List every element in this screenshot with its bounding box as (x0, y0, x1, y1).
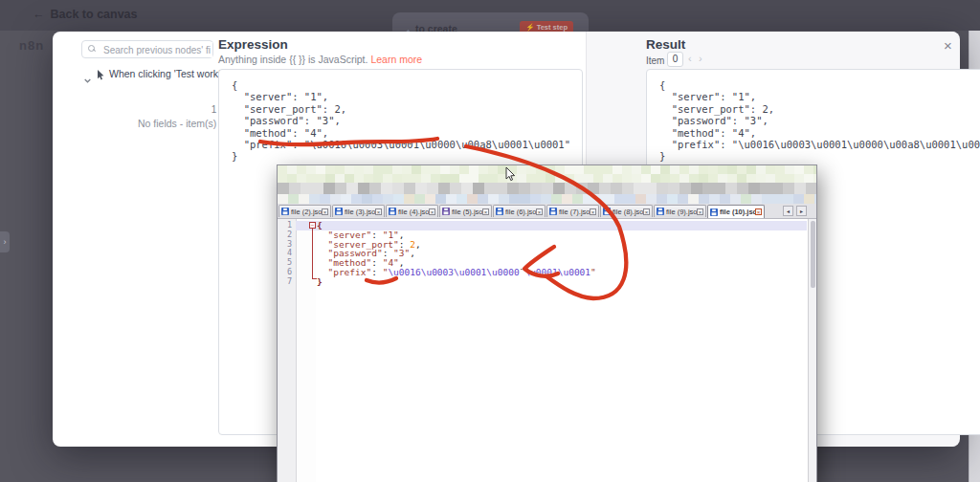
notepad-tab[interactable]: file (10).json× (707, 205, 765, 218)
search-icon (88, 45, 95, 52)
mouse-cursor-icon (505, 166, 517, 186)
tab-scroll-right-icon[interactable]: ▸ (796, 206, 807, 216)
back-arrow-icon: ← (33, 8, 45, 21)
tab-close-icon[interactable]: × (375, 208, 382, 215)
notepad-window: file (2).json×file (3).json×file (4).jso… (277, 164, 817, 482)
tab-close-icon[interactable]: × (755, 208, 762, 215)
collapse-panel-chevron[interactable]: › (0, 231, 10, 252)
floppy-save-icon (657, 208, 664, 215)
notepad-tab[interactable]: file (4).json× (386, 205, 438, 217)
notepad-menubar-blurred[interactable] (278, 183, 816, 194)
tab-scroll-left-icon[interactable]: ◂ (783, 206, 793, 216)
expression-subtitle: Anything inside {{ }} is JavaScript.Lear… (218, 54, 422, 65)
notepad-tab[interactable]: file (9).json× (654, 205, 706, 217)
notepad-tab[interactable]: file (6).json× (493, 205, 546, 217)
tab-close-icon[interactable]: × (643, 208, 650, 215)
floppy-save-icon (496, 208, 503, 215)
fold-guide-line (312, 229, 313, 278)
tab-label: file (9).json (666, 208, 697, 216)
floppy-save-icon (603, 208, 611, 215)
item-label: Item (646, 55, 664, 66)
notepad-editor[interactable]: − 1{2 "server": "1",3 "server_port": 2,4… (278, 219, 816, 482)
notepad-tab[interactable]: file (8).json× (600, 205, 653, 217)
tab-label: file (8).json (612, 208, 643, 216)
screenshot-root: ←Back to canvas n8n to create ⚡ Test ste… (0, 0, 980, 482)
search-input[interactable] (101, 42, 212, 57)
notepad-tab[interactable]: file (2).json× (278, 205, 331, 217)
notepad-tab[interactable]: file (5).json× (439, 205, 492, 217)
notepad-code-line: 6 "prefix": "\u0016\u0003\u0001\u0000¨\u… (278, 268, 807, 277)
floppy-save-icon (281, 208, 289, 215)
prev-item-icon[interactable]: ‹ (688, 53, 692, 64)
floppy-save-icon (549, 208, 557, 215)
tab-close-icon[interactable]: × (536, 208, 543, 215)
expression-title: Expression (218, 37, 288, 52)
tab-label: file (5).json (452, 208, 482, 216)
floppy-save-icon (710, 208, 718, 216)
tab-label: file (2).json (291, 208, 322, 216)
fold-collapse-icon[interactable]: − (309, 222, 316, 229)
mouse-pointer-icon (97, 67, 104, 84)
scrollbar-thumb[interactable] (811, 221, 815, 288)
tab-label: file (3).json (345, 208, 375, 216)
floppy-save-icon (389, 208, 396, 215)
result-code: { "server": "1", "server_port": 2, "pass… (659, 79, 980, 163)
floppy-save-icon (442, 208, 450, 215)
notepad-code-line: 7} (278, 277, 807, 287)
notepad-tab[interactable]: file (7).json× (546, 205, 599, 217)
notepad-tabbar: file (2).json×file (3).json×file (4).jso… (278, 204, 816, 219)
learn-more-link[interactable]: Learn more (370, 54, 422, 65)
tab-close-icon[interactable]: × (482, 208, 489, 215)
tab-label: file (4).json (398, 208, 429, 216)
tab-close-icon[interactable]: × (322, 208, 328, 215)
result-title: Result (646, 37, 685, 52)
close-icon[interactable]: × (944, 39, 952, 53)
search-box (81, 40, 213, 58)
tab-label: file (10).json (720, 208, 755, 216)
chevron-down-icon[interactable] (84, 70, 91, 87)
next-item-icon[interactable]: › (699, 53, 702, 64)
item-count: 1 item (53, 104, 237, 115)
tab-close-icon[interactable]: × (429, 208, 435, 215)
editor-scrollbar[interactable] (808, 219, 816, 482)
bolt-icon: ⚡ (525, 23, 534, 32)
notepad-toolbar-blurred[interactable] (278, 194, 816, 204)
fold-guide-elbow (312, 278, 317, 279)
tab-label: file (7).json (559, 208, 590, 216)
item-index-value: 0 (667, 52, 683, 67)
tab-close-icon[interactable]: × (590, 208, 596, 215)
tab-close-icon[interactable]: × (697, 208, 703, 215)
tab-label: file (6).json (505, 208, 536, 216)
floppy-save-icon (335, 208, 343, 215)
notepad-tab[interactable]: file (3).json× (332, 205, 385, 217)
expression-code[interactable]: { "server": "1", "server_port": 2, "pass… (232, 79, 582, 163)
node-tree-row[interactable]: When clicking 'Test workflow' 1 item No … (81, 67, 212, 79)
back-to-canvas-link[interactable]: ←Back to canvas (33, 8, 138, 21)
n8n-logo: n8n (19, 38, 44, 53)
notepad-titlebar-blurred[interactable] (278, 165, 816, 183)
